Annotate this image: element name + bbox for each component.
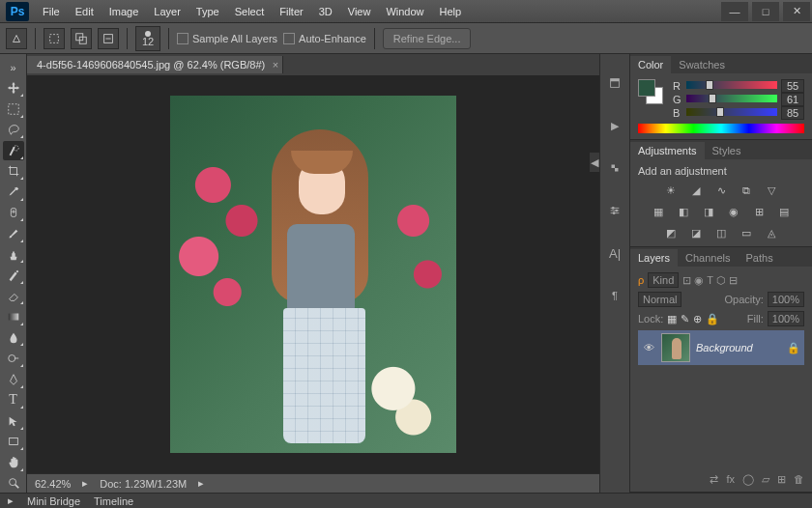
b-value[interactable]: 85 (781, 106, 804, 120)
tab-layers[interactable]: Layers (630, 249, 678, 267)
r-slider[interactable] (686, 81, 777, 91)
eraser-tool[interactable] (3, 287, 24, 306)
refine-edge-button[interactable]: Refine Edge... (383, 28, 472, 49)
channel-mixer-icon[interactable]: ⊞ (750, 204, 768, 219)
lock-pixels-icon[interactable]: ✎ (681, 313, 689, 325)
vibrance-icon[interactable]: ▽ (763, 183, 780, 198)
levels-icon[interactable]: ◢ (687, 183, 705, 198)
rectangle-tool[interactable] (3, 433, 24, 452)
gradient-tool[interactable] (3, 307, 24, 326)
photo-filter-icon[interactable]: ◉ (725, 204, 742, 219)
actions-panel-icon[interactable]: ▶ (605, 116, 624, 135)
layer-style-icon[interactable]: fx (726, 473, 735, 486)
path-selection-tool[interactable] (3, 411, 24, 431)
tool-preset-icon[interactable] (6, 28, 27, 49)
tab-channels[interactable]: Channels (678, 249, 738, 267)
zoom-tool[interactable] (3, 474, 24, 494)
menu-help[interactable]: Help (432, 2, 470, 21)
link-layers-icon[interactable]: ⇄ (710, 473, 718, 486)
exposure-icon[interactable]: ⧉ (738, 183, 755, 198)
zoom-level[interactable]: 62.42% (35, 478, 71, 490)
brush-size-picker[interactable]: 12 (135, 26, 160, 51)
visibility-icon[interactable]: 👁 (642, 342, 655, 353)
history-brush-tool[interactable] (3, 266, 24, 285)
menu-3d[interactable]: 3D (311, 2, 340, 21)
lookup-icon[interactable]: ▤ (775, 204, 793, 219)
tab-color[interactable]: Color (630, 56, 671, 73)
add-selection-icon[interactable] (71, 28, 92, 49)
bw-icon[interactable]: ◨ (700, 204, 717, 219)
filter-kind-select[interactable]: Kind (648, 272, 679, 288)
posterize-icon[interactable]: ◪ (687, 225, 705, 240)
sample-all-layers-checkbox[interactable]: Sample All Layers (177, 33, 277, 44)
character-panel-icon[interactable]: A| (605, 243, 624, 263)
quick-selection-tool[interactable] (3, 141, 24, 160)
eyedropper-tool[interactable] (3, 183, 24, 202)
lock-transparency-icon[interactable]: ▦ (667, 313, 677, 325)
type-tool[interactable]: T (3, 391, 24, 410)
menu-select[interactable]: Select (227, 2, 273, 21)
menu-file[interactable]: File (35, 2, 68, 21)
threshold-icon[interactable]: ◫ (712, 225, 730, 240)
blur-tool[interactable] (3, 328, 24, 348)
r-value[interactable]: 55 (781, 79, 804, 93)
brightness-icon[interactable]: ☀ (662, 183, 680, 198)
lock-position-icon[interactable]: ⊕ (693, 313, 702, 325)
menu-image[interactable]: Image (102, 2, 147, 21)
expand-icon[interactable]: ▸ (8, 494, 14, 507)
canvas[interactable]: ◀ (27, 75, 599, 473)
healing-brush-tool[interactable] (3, 204, 24, 223)
move-tool[interactable] (3, 79, 24, 99)
gradient-map-icon[interactable]: ▭ (738, 225, 755, 240)
menu-type[interactable]: Type (188, 2, 227, 21)
tab-paths[interactable]: Paths (739, 249, 781, 267)
foreground-background-swatch[interactable] (638, 79, 663, 104)
hue-sat-icon[interactable]: ▦ (650, 204, 667, 219)
g-slider[interactable] (686, 95, 777, 104)
chevron-right-icon[interactable]: ▸ (198, 477, 204, 490)
tab-adjustments[interactable]: Adjustments (630, 142, 705, 159)
delete-layer-icon[interactable]: 🗑 (794, 473, 804, 486)
subtract-selection-icon[interactable] (98, 28, 119, 49)
history-panel-icon[interactable] (605, 73, 624, 93)
mini-bridge-tab[interactable]: Mini Bridge (27, 495, 80, 507)
new-layer-icon[interactable]: ⊞ (777, 473, 786, 486)
clone-stamp-tool[interactable] (3, 245, 24, 265)
lasso-tool[interactable] (3, 121, 24, 140)
brushes-panel-icon[interactable] (605, 201, 624, 220)
dodge-tool[interactable] (3, 349, 24, 368)
paragraph-panel-icon[interactable]: ¶ (605, 286, 624, 305)
curves-icon[interactable]: ∿ (712, 183, 730, 198)
menu-window[interactable]: Window (378, 2, 431, 21)
invert-icon[interactable]: ◩ (662, 225, 680, 240)
panel-collapse-icon[interactable]: ◀ (590, 153, 599, 172)
hand-tool[interactable] (3, 453, 24, 472)
blend-mode-select[interactable]: Normal (638, 292, 682, 307)
chevron-right-icon[interactable]: ▸ (82, 477, 88, 490)
marquee-tool[interactable] (3, 99, 24, 119)
layer-thumbnail[interactable] (661, 333, 690, 362)
g-value[interactable]: 61 (781, 93, 804, 106)
close-tab-icon[interactable]: × (273, 59, 278, 71)
lock-all-icon[interactable]: 🔒 (706, 313, 719, 325)
menu-layer[interactable]: Layer (146, 2, 188, 21)
layer-mask-icon[interactable]: ◯ (742, 473, 754, 486)
tab-swatches[interactable]: Swatches (671, 56, 733, 73)
crop-tool[interactable] (3, 162, 24, 182)
hue-strip[interactable] (638, 124, 804, 133)
menu-view[interactable]: View (340, 2, 379, 21)
document-tab[interactable]: 4-d5f56-1469606840545.jpg @ 62.4% (RGB/8… (27, 56, 283, 73)
collapse-icon[interactable]: » (3, 58, 24, 77)
b-slider[interactable] (686, 108, 777, 118)
properties-panel-icon[interactable] (605, 158, 624, 178)
fill-input[interactable]: 100% (768, 311, 804, 326)
timeline-tab[interactable]: Timeline (94, 495, 133, 507)
close-button[interactable]: ✕ (783, 2, 810, 21)
opacity-input[interactable]: 100% (768, 292, 804, 307)
selective-color-icon[interactable]: ◬ (763, 225, 780, 240)
brush-tool[interactable] (3, 224, 24, 243)
menu-filter[interactable]: Filter (272, 2, 310, 21)
auto-enhance-checkbox[interactable]: Auto-Enhance (283, 33, 366, 44)
color-balance-icon[interactable]: ◧ (675, 204, 692, 219)
menu-edit[interactable]: Edit (68, 2, 102, 21)
